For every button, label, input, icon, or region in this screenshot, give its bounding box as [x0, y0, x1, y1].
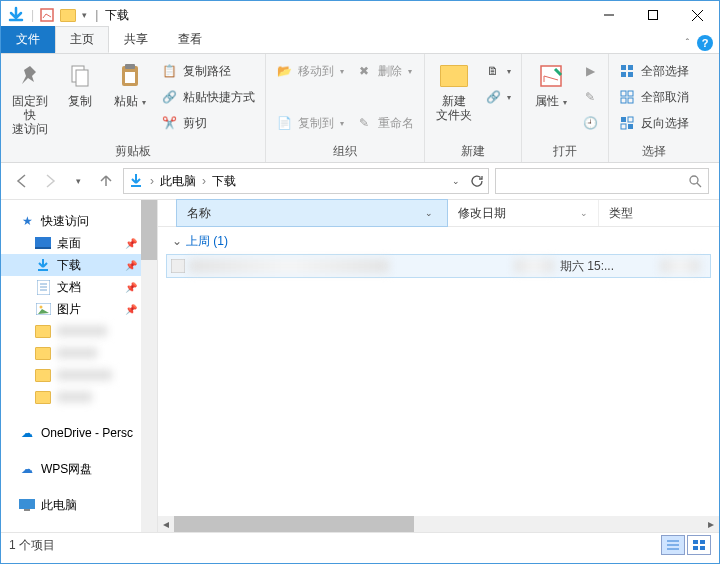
column-type[interactable]: 类型 — [599, 200, 719, 226]
minimize-button[interactable] — [587, 1, 631, 29]
thumbnails-view-button[interactable] — [687, 535, 711, 555]
nav-folder-4[interactable] — [1, 386, 157, 408]
select-all-button[interactable]: 全部选择 — [615, 60, 693, 82]
invert-selection-button[interactable]: 反向选择 — [615, 112, 693, 134]
sort-dropdown-icon[interactable]: ⌄ — [425, 208, 433, 218]
nav-folder-1[interactable] — [1, 320, 157, 342]
svg-rect-8 — [125, 64, 135, 69]
svg-point-33 — [39, 306, 42, 309]
tab-view[interactable]: 查看 — [163, 26, 217, 53]
close-button[interactable] — [675, 1, 719, 29]
scroll-right-icon[interactable]: ▸ — [703, 516, 719, 532]
help-icon[interactable]: ? — [697, 35, 713, 51]
cut-button[interactable]: ✂️剪切 — [157, 112, 259, 134]
properties-button[interactable]: 属性 ▾ — [528, 56, 574, 110]
svg-rect-41 — [700, 540, 705, 544]
tab-file[interactable]: 文件 — [1, 26, 55, 53]
nav-row: ▾ › 此电脑 › 下载 ⌄ — [1, 163, 719, 200]
easy-access-button[interactable]: 🔗▾ — [481, 86, 515, 108]
select-none-button[interactable]: 全部取消 — [615, 86, 693, 108]
qat-properties-icon[interactable] — [40, 8, 54, 22]
svg-point-23 — [690, 176, 698, 184]
status-bar: 1 个项目 — [1, 532, 719, 557]
nav-this-pc[interactable]: 此电脑 — [1, 494, 157, 516]
nav-folder-3[interactable] — [1, 364, 157, 386]
refresh-icon[interactable] — [470, 174, 484, 188]
breadcrumb-root[interactable]: 此电脑 — [160, 173, 196, 190]
ribbon: 固定到快 速访问 复制 粘贴 ▾ 📋复制路径 🔗粘贴快捷方式 ✂️剪切 剪贴板 … — [1, 53, 719, 163]
scrollbar-thumb[interactable] — [174, 516, 414, 532]
navigation-pane: ★快速访问 桌面📌 下载📌 文档📌 图片📌 ☁OneDrive - Persc … — [1, 200, 158, 532]
scrollbar-thumb[interactable] — [141, 200, 157, 260]
copy-button[interactable]: 复制 — [57, 56, 103, 108]
column-name[interactable]: 名称⌄ — [176, 199, 448, 227]
folder-icon — [35, 323, 51, 339]
desktop-icon — [35, 235, 51, 251]
nav-downloads[interactable]: 下载📌 — [1, 254, 157, 276]
svg-rect-6 — [76, 70, 88, 86]
nav-desktop[interactable]: 桌面📌 — [1, 232, 157, 254]
chevron-right-icon[interactable]: › — [150, 174, 154, 188]
qat-folder-icon[interactable] — [60, 9, 76, 22]
nav-wps[interactable]: ☁WPS网盘 — [1, 458, 157, 480]
address-dropdown-icon[interactable]: ⌄ — [452, 176, 460, 186]
copy-path-button[interactable]: 📋复制路径 — [157, 60, 259, 82]
nav-quick-access[interactable]: ★快速访问 — [1, 210, 157, 232]
search-box[interactable] — [495, 168, 709, 194]
svg-rect-40 — [693, 540, 698, 544]
recent-locations-button[interactable]: ▾ — [67, 170, 89, 192]
svg-rect-2 — [649, 11, 658, 20]
sort-dropdown-icon[interactable]: ⌄ — [580, 208, 588, 218]
pin-icon: 📌 — [125, 282, 137, 293]
qat-separator: | — [31, 8, 34, 22]
svg-rect-11 — [621, 65, 626, 70]
column-date[interactable]: 修改日期⌄ — [448, 200, 599, 226]
edit-button[interactable]: ✎ — [578, 86, 602, 108]
copy-to-button[interactable]: 📄复制到 ▾ — [272, 112, 348, 134]
new-folder-button[interactable]: 新建 文件夹 — [431, 56, 477, 122]
svg-rect-20 — [628, 117, 633, 122]
address-bar[interactable]: › 此电脑 › 下载 ⌄ — [123, 168, 489, 194]
delete-button[interactable]: ✖删除 ▾ — [352, 60, 418, 82]
nav-onedrive[interactable]: ☁OneDrive - Persc — [1, 422, 157, 444]
downloads-icon — [35, 257, 51, 273]
svg-rect-25 — [35, 237, 51, 247]
tab-home[interactable]: 主页 — [55, 26, 109, 53]
app-icon — [7, 6, 25, 24]
new-item-button[interactable]: 🗎▾ — [481, 60, 515, 82]
chevron-right-icon[interactable]: › — [202, 174, 206, 188]
details-view-button[interactable] — [661, 535, 685, 555]
svg-rect-34 — [19, 499, 35, 509]
open-button[interactable]: ▶ — [578, 60, 602, 82]
nav-pictures[interactable]: 图片📌 — [1, 298, 157, 320]
up-button[interactable] — [95, 170, 117, 192]
collapse-ribbon-icon[interactable]: ˆ — [686, 38, 689, 49]
nav-folder-2[interactable] — [1, 342, 157, 364]
maximize-button[interactable] — [631, 1, 675, 29]
breadcrumb-current[interactable]: 下载 — [212, 173, 236, 190]
paste-button[interactable]: 粘贴 ▾ — [107, 56, 153, 110]
nav-documents[interactable]: 文档📌 — [1, 276, 157, 298]
svg-rect-15 — [621, 91, 626, 96]
forward-button[interactable] — [39, 170, 61, 192]
group-header[interactable]: ⌄上周 (1) — [158, 227, 719, 254]
rename-button[interactable]: ✎重命名 — [352, 112, 418, 134]
paste-shortcut-button[interactable]: 🔗粘贴快捷方式 — [157, 86, 259, 108]
group-label-new: 新建 — [461, 141, 485, 162]
group-label-select: 选择 — [642, 141, 666, 162]
qat-dropdown-icon[interactable]: ▾ — [82, 10, 87, 20]
history-button[interactable]: 🕘 — [578, 112, 602, 134]
svg-rect-13 — [621, 72, 626, 77]
main-area: ★快速访问 桌面📌 下载📌 文档📌 图片📌 ☁OneDrive - Persc … — [1, 200, 719, 532]
tab-share[interactable]: 共享 — [109, 26, 163, 53]
back-button[interactable] — [11, 170, 33, 192]
horizontal-scrollbar[interactable]: ◂ ▸ — [158, 516, 719, 532]
nav-scrollbar[interactable] — [141, 200, 157, 532]
scroll-left-icon[interactable]: ◂ — [158, 516, 174, 532]
svg-rect-9 — [125, 72, 135, 83]
pin-quick-access-button[interactable]: 固定到快 速访问 — [7, 56, 53, 136]
svg-rect-18 — [628, 98, 633, 103]
move-to-button[interactable]: 📂移动到 ▾ — [272, 60, 348, 82]
svg-rect-42 — [693, 546, 698, 550]
file-row[interactable]: 期六 15:... — [166, 254, 711, 278]
